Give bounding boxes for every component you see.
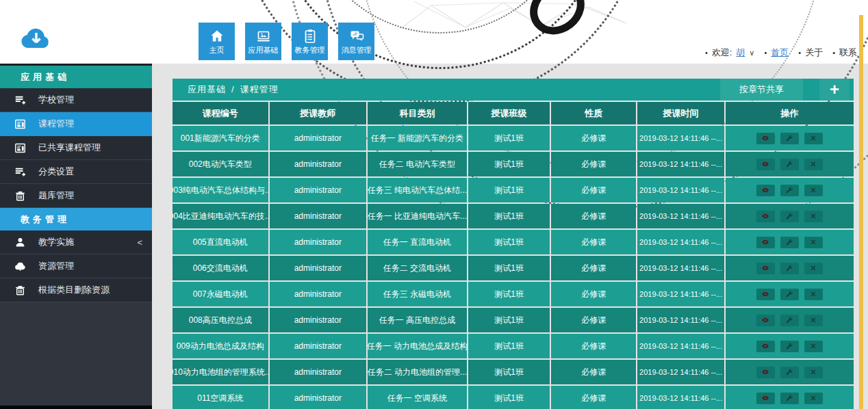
view-button[interactable] [756,393,775,404]
breadcrumb-parent[interactable]: 应用基础 [188,84,226,94]
delete-button[interactable] [804,341,823,352]
edit-button[interactable] [780,289,799,300]
sidebar-item-分类设置[interactable]: 分类设置 [0,160,152,184]
edit-button[interactable] [780,159,799,170]
edit-button[interactable] [780,393,799,404]
cloud-download-logo-icon[interactable] [19,25,53,55]
chevron-down-icon[interactable]: ∨ [749,49,754,57]
cell-class: 测试1班 [468,386,550,409]
edit-button[interactable] [780,133,799,144]
eye-icon [761,342,769,350]
delete-button[interactable] [804,211,823,222]
delete-button[interactable] [804,315,823,326]
chevron-left-icon[interactable]: < [137,237,142,248]
cell-actions [726,308,854,332]
cell-subject: 任务三 纯电动汽车总体结... [368,178,467,202]
sidebar-item-资源管理[interactable]: 资源管理 [0,254,152,278]
edit-button[interactable] [780,367,799,378]
cell-teacher: administrator [270,204,367,228]
delete-button[interactable] [804,159,823,170]
share-by-chapter-button[interactable]: 按章节共享 [720,79,803,101]
cell-nature: 必修课 [551,282,636,306]
home-icon [209,27,225,45]
table-row: 010动力电池组的管理系统...administrator任务二 动力电池组的管… [173,360,854,384]
nav-button-教务管理[interactable]: 教务管理 [292,23,328,60]
delete-button[interactable] [804,393,823,404]
view-button[interactable] [756,289,775,300]
cell-actions [726,230,854,254]
view-button[interactable] [756,211,775,222]
header-link-首页[interactable]: 首页 [771,47,789,59]
cell-teacher: administrator [270,308,367,332]
app-window: 主页应用基础教务管理消息管理 •欢迎:胡∨•首页•关于•联系 应用基础学校管理课… [0,0,868,409]
view-button[interactable] [756,367,775,378]
close-icon [809,290,817,298]
edit-button[interactable] [780,263,799,274]
view-button[interactable] [756,159,775,170]
cell-subject: 任务二 动力电池组的管理... [368,360,467,384]
nav-button-主页[interactable]: 主页 [199,23,235,60]
edit-button[interactable] [780,185,799,196]
sidebar-item-课程管理[interactable]: 课程管理 [0,112,152,136]
close-icon [809,342,817,350]
cell-time: 2019-03-12 14:11:46 --... [637,152,724,176]
sidebar-item-根据类目删除资源[interactable]: 根据类目删除资源 [0,278,152,302]
cell-time: 2019-03-12 14:11:46 --... [637,230,724,254]
sidebar-item-已共享课程管理[interactable]: 已共享课程管理 [0,136,152,160]
cell-actions [726,360,854,384]
close-icon [809,186,817,194]
close-icon [809,264,817,272]
sidebar-item-题库管理[interactable]: 题库管理 [0,184,152,208]
cell-nature: 必修课 [551,152,636,176]
view-button[interactable] [756,263,775,274]
bullet-dot: • [705,49,708,57]
cell-code: 004比亚迪纯电动汽车的技... [173,204,268,228]
delete-button[interactable] [804,133,823,144]
nav-button-应用基础[interactable]: 应用基础 [245,23,281,60]
view-button[interactable] [756,133,775,144]
user-link[interactable]: 胡 [736,47,745,59]
view-button[interactable] [756,315,775,326]
sidebar-item-学校管理[interactable]: 学校管理 [0,88,152,112]
cell-actions [726,178,854,202]
delete-button[interactable] [804,289,823,300]
header-link-联系[interactable]: 联系 [839,47,857,59]
nav-button-label: 教务管理 [295,45,325,55]
delete-button[interactable] [804,263,823,274]
cell-subject: 任务二 交流电动机 [368,256,467,280]
cell-time: 2019-03-12 14:11:46 --... [637,360,724,384]
view-button[interactable] [756,185,775,196]
sidebar-item-label: 教学实施 [38,236,74,248]
close-icon [809,316,817,324]
add-course-button[interactable]: + [819,79,850,101]
sidebar-item-教学实施[interactable]: 教学实施< [0,230,152,254]
cell-class: 测试1班 [468,230,550,254]
edit-button[interactable] [780,315,799,326]
nav-button-消息管理[interactable]: 消息管理 [338,23,374,60]
cell-nature: 必修课 [551,360,636,384]
cell-subject: 任务一 新能源汽车的分类 [368,126,467,150]
delete-button[interactable] [804,237,823,248]
eye-icon [761,264,769,272]
table-body: 001新能源汽车的分类administrator任务一 新能源汽车的分类测试1班… [173,126,854,409]
delete-button[interactable] [804,367,823,378]
delete-button[interactable] [804,185,823,196]
cell-time: 2019-03-12 14:11:46 --... [637,126,724,150]
cell-class: 测试1班 [468,152,550,176]
sidebar-section-应用基础: 应用基础 [0,66,152,88]
cell-nature: 必修课 [551,204,636,228]
list-add-icon [14,94,29,106]
cell-code: 011空调系统 [173,386,268,409]
cell-time: 2019-03-12 14:11:46 --... [637,334,724,358]
edit-button[interactable] [780,211,799,222]
column-header-操作: 操作 [726,102,854,124]
edit-button[interactable] [780,237,799,248]
header-link-关于[interactable]: 关于 [805,47,823,59]
welcome-bar: •欢迎:胡∨•首页•关于•联系 [700,47,857,59]
view-button[interactable] [756,237,775,248]
view-button[interactable] [756,341,775,352]
edit-button[interactable] [780,341,799,352]
cloud-up-icon [14,260,29,272]
sidebar-item-label: 分类设置 [38,166,74,178]
cell-actions [726,204,854,228]
